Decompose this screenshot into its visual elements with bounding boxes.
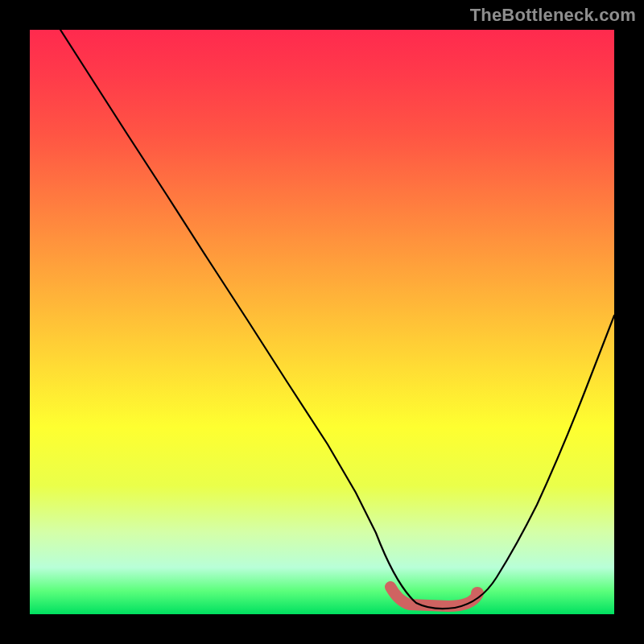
curve-left-arm <box>60 30 455 609</box>
watermark-text: TheBottleneck.com <box>470 5 636 26</box>
chart-frame: TheBottleneck.com <box>0 0 644 644</box>
bottleneck-curve-svg <box>30 30 614 614</box>
plot-area <box>30 30 614 614</box>
curve-right-arm <box>455 316 614 608</box>
